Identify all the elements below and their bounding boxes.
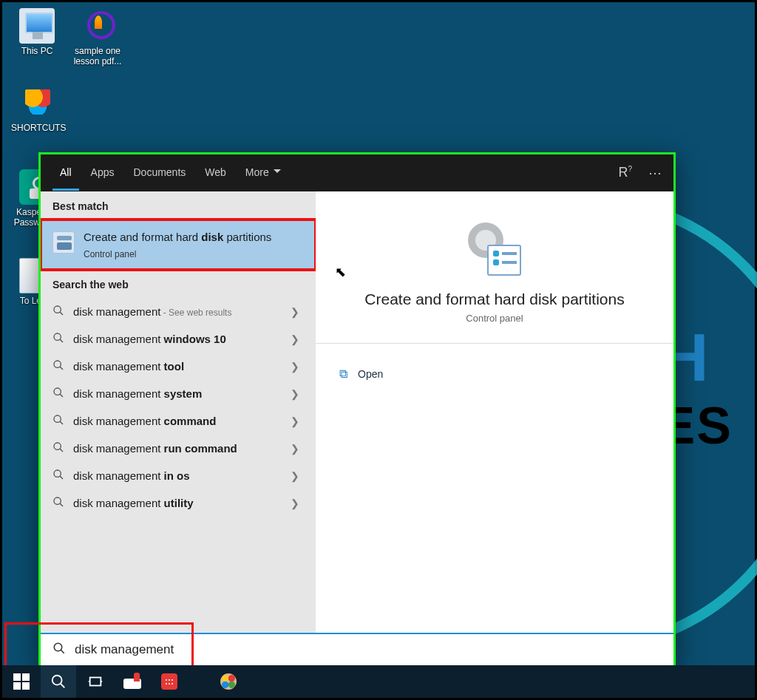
svg-point-10: [54, 443, 61, 449]
svg-point-14: [54, 497, 61, 504]
svg-point-18: [52, 676, 62, 685]
desktop-icon-label: sample one lesson pdf...: [72, 46, 123, 67]
taskbar-taskview-button[interactable]: [78, 665, 113, 698]
search-icon: [52, 387, 66, 401]
best-match-result[interactable]: Create and format hard disk partitions C…: [41, 220, 316, 270]
chevron-right-icon: ❯: [291, 470, 304, 482]
tab-all[interactable]: All: [52, 156, 79, 191]
best-match-title: Create and format hard disk partitions: [84, 230, 271, 245]
taskbar-palette-button[interactable]: [211, 665, 246, 698]
search-input[interactable]: [75, 642, 662, 657]
taskbar-paint-button[interactable]: [115, 665, 150, 698]
web-result-1[interactable]: disk management windows 10❯: [41, 325, 316, 353]
desktop-icon-pdf[interactable]: sample one lesson pdf...: [72, 8, 123, 67]
action-open-label: Open: [358, 368, 383, 380]
taskbar-app-button[interactable]: :::: [152, 665, 187, 698]
tab-documents[interactable]: Documents: [126, 156, 193, 191]
search-icon: [52, 642, 66, 658]
desktop-icon-label: SHORTCUTS: [11, 123, 63, 133]
svg-line-19: [61, 684, 65, 688]
web-result-text: disk management run command: [73, 442, 291, 455]
web-result-text: disk management utility: [73, 497, 291, 509]
web-result-text: disk management tool: [73, 360, 291, 373]
web-result-3[interactable]: disk management system❯: [41, 380, 316, 407]
tab-web[interactable]: Web: [197, 156, 234, 191]
search-icon: [52, 469, 66, 483]
tab-more[interactable]: More: [238, 156, 288, 191]
chevron-right-icon: ❯: [291, 333, 304, 345]
more-options-icon[interactable]: ⋯: [648, 165, 662, 181]
paint-icon: [123, 673, 141, 690]
search-icon: [52, 414, 66, 428]
desktop-icon-label: This PC: [11, 46, 63, 56]
svg-rect-20: [90, 678, 101, 686]
web-result-text: disk management system: [73, 387, 291, 400]
taskbar: :::: [2, 665, 755, 698]
taskbar-search-button[interactable]: [41, 665, 76, 698]
start-button[interactable]: [4, 665, 39, 698]
web-result-2[interactable]: disk management tool❯: [41, 353, 316, 380]
search-icon: [52, 332, 66, 346]
svg-line-3: [60, 339, 63, 342]
web-result-5[interactable]: disk management run command❯: [41, 435, 316, 462]
web-result-6[interactable]: disk management in os❯: [41, 462, 316, 489]
detail-app-icon: [468, 222, 521, 276]
taskview-icon: [87, 673, 103, 690]
svg-point-0: [54, 306, 61, 313]
chevron-right-icon: ❯: [291, 361, 304, 373]
svg-point-2: [54, 333, 61, 340]
search-tabs: All Apps Documents Web More R? ⋯: [41, 154, 673, 191]
chevron-right-icon: ❯: [291, 388, 304, 400]
web-result-0[interactable]: disk management - See web results❯: [41, 298, 316, 325]
svg-line-1: [60, 312, 63, 315]
svg-point-16: [54, 643, 62, 651]
web-result-4[interactable]: disk management command❯: [41, 407, 316, 435]
search-icon: [50, 673, 67, 690]
detail-title: Create and format hard disk partitions: [336, 290, 653, 308]
svg-line-11: [60, 449, 63, 452]
svg-line-7: [60, 394, 63, 397]
control-panel-icon: [52, 231, 75, 254]
search-icon: [52, 359, 66, 373]
web-result-text: disk management - See web results: [73, 305, 291, 318]
palette-icon: [220, 673, 237, 690]
search-icon: [52, 441, 66, 455]
svg-line-5: [60, 367, 63, 370]
desktop-icon-this-pc[interactable]: This PC: [11, 8, 63, 56]
svg-point-12: [54, 470, 61, 477]
chevron-right-icon: ❯: [291, 497, 304, 509]
web-result-text: disk management command: [73, 415, 291, 427]
this-pc-icon: [19, 8, 55, 44]
section-best-match: Best match: [41, 191, 316, 220]
web-result-text: disk management in os: [73, 469, 291, 482]
search-bar[interactable]: [41, 633, 673, 665]
detail-subtitle: Control panel: [336, 313, 653, 324]
chevron-right-icon: ❯: [291, 306, 304, 318]
chevron-right-icon: ❯: [291, 443, 304, 455]
red-app-icon: :::: [161, 673, 177, 690]
web-result-7[interactable]: disk management utility❯: [41, 489, 316, 517]
svg-point-4: [54, 361, 61, 367]
windows-logo-icon: [13, 673, 30, 690]
pdf-icon: [80, 8, 115, 44]
web-result-text: disk management windows 10: [73, 333, 291, 345]
shortcuts-icon: [19, 85, 55, 120]
search-icon: [52, 496, 66, 510]
svg-line-17: [61, 650, 64, 653]
tab-apps[interactable]: Apps: [84, 156, 122, 191]
svg-line-13: [60, 476, 63, 479]
svg-line-9: [60, 421, 63, 424]
svg-point-8: [54, 415, 61, 422]
svg-line-15: [60, 503, 63, 506]
desktop-icon-shortcuts[interactable]: SHORTCUTS: [11, 85, 63, 133]
search-icon: [52, 305, 66, 319]
start-search-panel: All Apps Documents Web More R? ⋯ Best ma…: [38, 152, 676, 667]
open-icon: ⧉: [339, 367, 347, 381]
action-open[interactable]: ⧉ Open: [336, 363, 653, 385]
best-match-subtitle: Control panel: [84, 249, 271, 259]
chevron-right-icon: ❯: [291, 415, 304, 427]
feedback-icon[interactable]: R?: [614, 165, 632, 181]
section-search-web: Search the web: [41, 270, 316, 298]
svg-point-6: [54, 388, 61, 395]
